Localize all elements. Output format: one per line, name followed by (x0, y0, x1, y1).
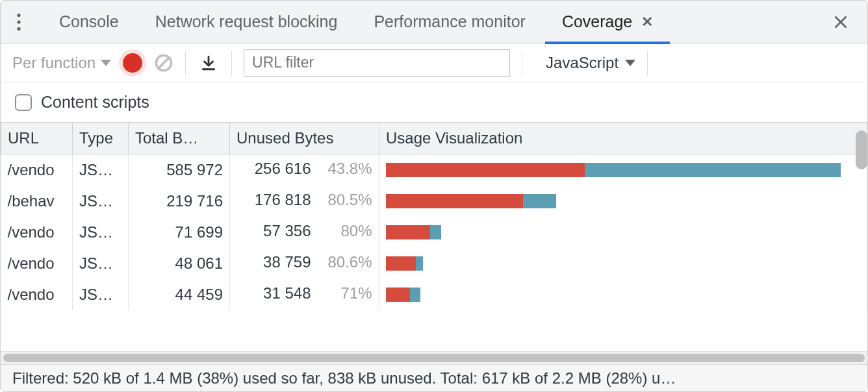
cell-url: /vendo (1, 279, 73, 310)
cell-type: JS… (73, 186, 129, 217)
usage-bar-used (430, 225, 441, 239)
usage-bar-used (585, 163, 841, 177)
horizontal-scrollbar[interactable] (1, 351, 867, 364)
usage-bar-unused (386, 194, 523, 208)
usage-bar-unused (386, 225, 431, 239)
drawer-tabstrip: Console Network request blocking Perform… (1, 1, 867, 43)
cell-type: JS… (73, 279, 129, 310)
close-icon (834, 15, 848, 29)
cell-type: JS… (73, 154, 129, 186)
tab-console[interactable]: Console (42, 1, 136, 43)
cell-unused-bytes: 57 35680% (230, 217, 379, 248)
granularity-select[interactable]: Per function (12, 54, 111, 72)
content-scripts-checkbox[interactable] (15, 94, 32, 111)
download-icon (200, 55, 217, 71)
status-bar: Filtered: 520 kB of 1.4 MB (38%) used so… (1, 364, 867, 391)
usage-bar-used (416, 256, 423, 271)
col-header-type[interactable]: Type (73, 123, 129, 154)
toolbar-divider (185, 51, 186, 75)
cell-url: /vendo (1, 248, 73, 279)
clear-icon (155, 54, 173, 72)
vertical-scrollbar[interactable] (856, 130, 867, 169)
table-row[interactable]: /vendoJS…48 06138 75980.6% (1, 248, 867, 279)
record-button[interactable] (123, 53, 142, 73)
chevron-down-icon (101, 60, 111, 66)
kebab-icon (17, 14, 21, 31)
cell-total-bytes: 71 699 (129, 217, 230, 248)
cell-usage-visualization (379, 279, 867, 310)
export-button[interactable] (198, 52, 220, 74)
usage-bar-unused (386, 288, 411, 302)
cell-usage-visualization (379, 248, 867, 279)
toolbar-divider (522, 51, 522, 75)
cell-unused-bytes: 176 81880.5% (230, 186, 379, 217)
table-row[interactable]: /behavJS…219 716176 81880.5% (1, 186, 867, 217)
tab-coverage[interactable]: Coverage ✕ (545, 1, 670, 43)
cell-usage-visualization (379, 217, 867, 248)
usage-bar (386, 163, 841, 177)
chevron-down-icon (625, 60, 635, 66)
close-tab-icon[interactable]: ✕ (641, 14, 653, 31)
table-row[interactable]: /vendoJS…585 972256 61643.8% (1, 154, 867, 186)
cell-type: JS… (73, 217, 129, 248)
toolbar-divider (647, 51, 648, 75)
content-scripts-label[interactable]: Content scripts (41, 93, 149, 112)
options-row: Content scripts (1, 82, 867, 123)
cell-unused-bytes: 38 75980.6% (230, 248, 379, 279)
type-filter-label: JavaScript (546, 54, 619, 72)
status-text: Filtered: 520 kB of 1.4 MB (38%) used so… (12, 369, 676, 387)
col-header-url[interactable]: URL (1, 123, 73, 154)
granularity-label: Per function (12, 54, 96, 72)
usage-bar-unused (386, 256, 416, 271)
usage-bar-unused (386, 163, 585, 177)
cell-total-bytes: 44 459 (129, 279, 230, 310)
coverage-table: URL Type Total B… Unused Bytes Usage Vis… (1, 123, 867, 351)
usage-bar-used (523, 194, 556, 208)
usage-bar (386, 194, 841, 208)
clear-button[interactable] (154, 53, 173, 73)
url-filter-input[interactable] (244, 49, 510, 77)
tab-label: Network request blocking (155, 12, 338, 31)
usage-bar (386, 225, 841, 239)
svg-point-2 (17, 27, 20, 30)
cell-unused-bytes: 256 61643.8% (230, 154, 379, 186)
cell-total-bytes: 219 716 (129, 186, 230, 217)
tab-performance-monitor[interactable]: Performance monitor (357, 1, 542, 43)
cell-url: /vendo (1, 154, 73, 186)
svg-line-4 (159, 57, 169, 67)
type-filter-select[interactable]: JavaScript (546, 54, 635, 72)
usage-bar-used (410, 288, 420, 302)
tab-label: Console (59, 12, 119, 31)
cell-url: /vendo (1, 217, 73, 248)
col-header-usage-visualization[interactable]: Usage Visualization (379, 123, 867, 154)
coverage-toolbar: Per function JavaScript (1, 43, 867, 82)
col-header-unused-bytes[interactable]: Unused Bytes (230, 123, 379, 154)
cell-total-bytes: 585 972 (129, 154, 230, 186)
usage-bar (386, 288, 841, 302)
tab-network-request-blocking[interactable]: Network request blocking (138, 1, 355, 43)
table-row[interactable]: /vendoJS…44 45931 54871% (1, 279, 867, 310)
cell-url: /behav (1, 186, 73, 217)
toolbar-divider (231, 51, 232, 75)
scrollbar-thumb[interactable] (3, 354, 865, 362)
table-header-row: URL Type Total B… Unused Bytes Usage Vis… (1, 123, 867, 154)
svg-point-0 (17, 14, 20, 17)
close-drawer-button[interactable] (824, 6, 857, 38)
cell-usage-visualization (379, 186, 867, 217)
col-header-total-bytes[interactable]: Total B… (129, 123, 230, 154)
cell-type: JS… (73, 248, 129, 279)
cell-usage-visualization (379, 154, 867, 186)
svg-point-1 (17, 20, 20, 23)
kebab-menu-button[interactable] (6, 9, 32, 35)
table-row[interactable]: /vendoJS…71 69957 35680% (1, 217, 867, 248)
cell-unused-bytes: 31 54871% (230, 279, 379, 310)
tab-label: Performance monitor (374, 12, 525, 31)
usage-bar (386, 256, 841, 271)
tab-label: Coverage (562, 12, 632, 31)
cell-total-bytes: 48 061 (129, 248, 230, 279)
